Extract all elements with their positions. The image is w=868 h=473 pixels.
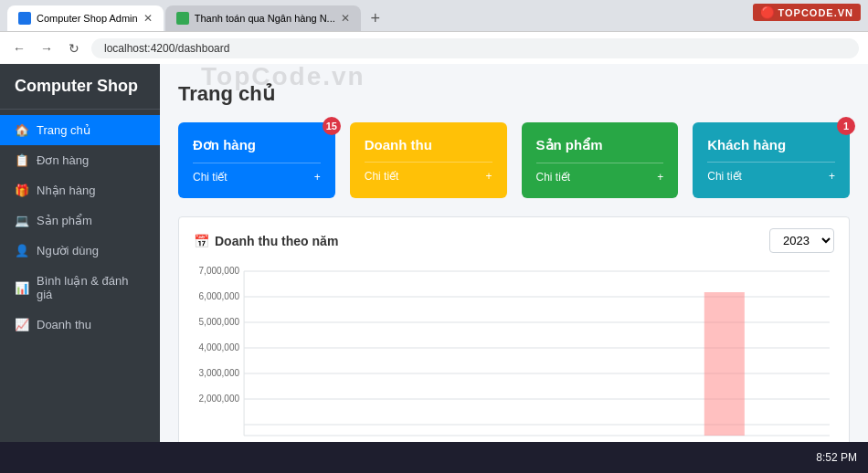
card-footer-don-hang[interactable]: Chi tiết + (193, 163, 321, 184)
cards-row: 15 Đơn hàng Chi tiết + Doanh thu Chi tiế… (178, 122, 850, 198)
back-button[interactable]: ← (9, 38, 29, 58)
card-badge-don-hang: 15 (323, 117, 341, 135)
sidebar-label-nguoi-dung: Người dùng (37, 244, 99, 258)
topcode-text: TOPCODE.VN (778, 7, 853, 18)
chart-title: 📅 Doanh thu theo năm (194, 234, 338, 248)
svg-text:3,000,000: 3,000,000 (199, 368, 240, 378)
sidebar-label-don-hang: Đơn hàng (37, 153, 89, 167)
users-icon: 👤 (15, 244, 29, 258)
refresh-button[interactable]: ↻ (64, 38, 84, 58)
new-tab-button[interactable]: + (363, 5, 388, 31)
card-khach-hang[interactable]: 1 Khách hàng Chi tiết + (693, 122, 850, 198)
sidebar-item-san-pham[interactable]: 💻 Sản phẩm (0, 205, 160, 236)
card-detail-label-khach-hang: Chi tiết (707, 170, 742, 183)
sidebar-item-doanh-thu[interactable]: 📈 Doanh thu (0, 310, 160, 340)
card-detail-label-doanh-thu: Chi tiết (365, 170, 399, 183)
revenue-icon: 📈 (15, 318, 29, 331)
topcode-logo: 🔴 TOPCODE.VN (753, 4, 861, 21)
chart-title-icon: 📅 (194, 234, 209, 248)
chart-section: 📅 Doanh thu theo năm 2023 2022 2021 (178, 216, 850, 473)
sidebar-label-trang-chu: Trang chủ (37, 123, 90, 137)
svg-text:7,000,000: 7,000,000 (199, 266, 240, 276)
year-select[interactable]: 2023 2022 2021 (769, 228, 834, 253)
url-field[interactable] (91, 38, 859, 58)
card-footer-san-pham[interactable]: Chi tiết + (536, 163, 664, 184)
svg-text:2,000,000: 2,000,000 (199, 394, 240, 404)
card-san-pham[interactable]: Sản phẩm Chi tiết + (522, 122, 679, 198)
card-badge-khach-hang: 1 (837, 117, 855, 135)
sidebar-label-doanh-thu: Doanh thu (37, 318, 91, 331)
sidebar-item-nhan-hang[interactable]: 🎁 Nhận hàng (0, 175, 160, 205)
tab-1[interactable]: Computer Shop Admin ✕ (7, 5, 164, 31)
sidebar: Computer Shop 🏠 Trang chủ 📋 Đơn hàng 🎁 N… (0, 64, 160, 473)
topcode-icon: 🔴 (760, 5, 775, 19)
page-title: Trang chủ (178, 82, 850, 106)
tab-favicon-1 (18, 12, 31, 25)
card-detail-icon-don-hang: + (314, 171, 321, 184)
card-title-khach-hang: Khách hàng (707, 137, 835, 152)
tab-title-1: Computer Shop Admin (37, 13, 138, 24)
address-bar: ← → ↻ (0, 31, 868, 64)
products-icon: 💻 (15, 214, 29, 227)
svg-text:6,000,000: 6,000,000 (199, 291, 240, 301)
receive-icon: 🎁 (15, 184, 29, 197)
orders-icon: 📋 (15, 153, 29, 167)
card-detail-icon-san-pham: + (657, 171, 663, 184)
card-detail-icon-doanh-thu: + (485, 170, 492, 183)
card-doanh-thu[interactable]: Doanh thu Chi tiết + (350, 122, 507, 198)
tab-favicon-2 (176, 12, 189, 25)
card-don-hang[interactable]: 15 Đơn hàng Chi tiết + (178, 122, 335, 198)
sidebar-menu: 🏠 Trang chủ 📋 Đơn hàng 🎁 Nhận hàng 💻 Sản… (0, 110, 160, 345)
sidebar-label-binh-luan: Bình luận & đánh giá (37, 274, 145, 301)
card-title-san-pham: Sản phẩm (536, 137, 664, 153)
card-footer-doanh-thu[interactable]: Chi tiết + (365, 162, 492, 183)
sidebar-item-binh-luan[interactable]: 📊 Bình luận & đánh giá (0, 266, 160, 310)
svg-text:5,000,000: 5,000,000 (199, 317, 240, 327)
reviews-icon: 📊 (15, 281, 29, 295)
main-content: TopCode.vn Trang chủ 15 Đơn hàng Chi tiế… (160, 64, 868, 473)
tab-close-1[interactable]: ✕ (143, 12, 153, 25)
card-title-don-hang: Đơn hàng (193, 137, 321, 153)
card-detail-label-san-pham: Chi tiết (536, 171, 571, 184)
sidebar-brand: Computer Shop (0, 64, 160, 110)
sidebar-label-san-pham: Sản phẩm (37, 214, 92, 227)
sidebar-item-don-hang[interactable]: 📋 Đơn hàng (0, 145, 160, 175)
svg-text:4,000,000: 4,000,000 (199, 342, 240, 352)
card-footer-khach-hang[interactable]: Chi tiết + (707, 162, 835, 183)
forward-button[interactable]: → (37, 38, 57, 58)
chart-svg: 7,000,000 6,000,000 5,000,000 4,000,000 … (194, 262, 834, 463)
chart-header: 📅 Doanh thu theo năm 2023 2022 2021 (194, 228, 834, 253)
chart-container: 7,000,000 6,000,000 5,000,000 4,000,000 … (194, 262, 834, 463)
taskbar-time: 8:52 PM (816, 451, 857, 464)
sidebar-item-nguoi-dung[interactable]: 👤 Người dùng (0, 236, 160, 266)
chart-title-text: Doanh thu theo năm (215, 234, 338, 248)
tab-title-2: Thanh toán qua Ngân hàng N... (195, 13, 335, 24)
sidebar-label-nhan-hang: Nhận hàng (37, 184, 95, 197)
taskbar: 8:52 PM (0, 442, 868, 473)
bar-month-11 (704, 292, 745, 436)
card-detail-icon-khach-hang: + (829, 170, 835, 183)
sidebar-item-trang-chu[interactable]: 🏠 Trang chủ (0, 115, 160, 145)
card-title-doanh-thu: Doanh thu (365, 137, 492, 152)
tab-close-2[interactable]: ✕ (341, 12, 350, 25)
home-icon: 🏠 (15, 123, 29, 137)
card-detail-label-don-hang: Chi tiết (193, 171, 228, 184)
tab-2[interactable]: Thanh toán qua Ngân hàng N... ✕ (165, 5, 361, 31)
